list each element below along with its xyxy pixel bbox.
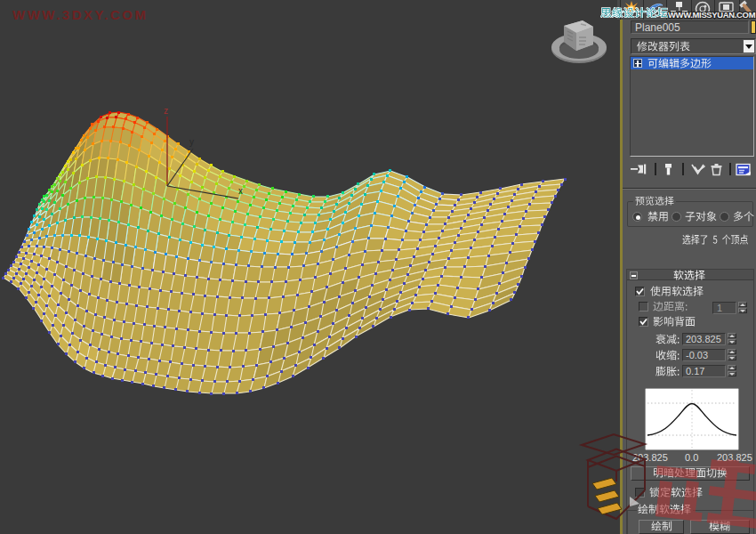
svg-text:x: x bbox=[238, 186, 243, 196]
svg-text:z: z bbox=[164, 106, 168, 116]
svg-text:y: y bbox=[189, 137, 194, 147]
